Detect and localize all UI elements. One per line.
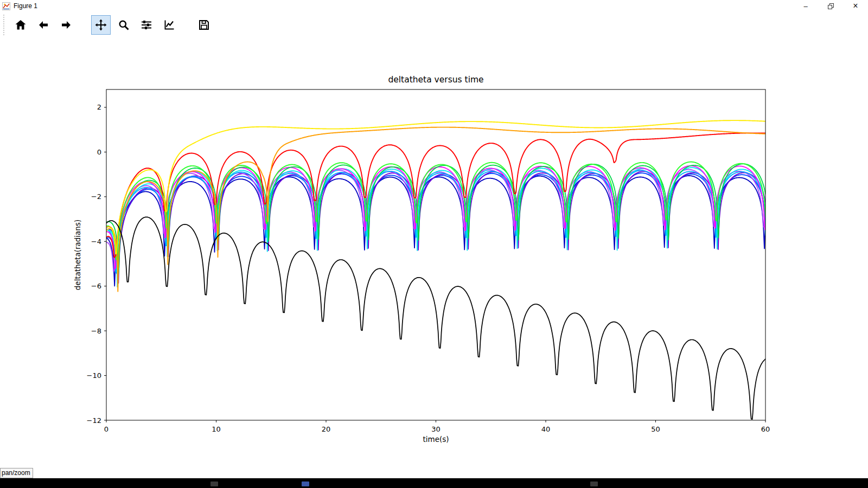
floppy-disk-icon [197,18,210,31]
x-axis-label: time(s) [423,435,449,444]
forward-arrow-icon [60,18,73,31]
x-tick-label: 40 [541,425,551,433]
configure-subplots-button[interactable] [137,15,156,35]
series-black [106,217,765,419]
back-arrow-icon [37,18,50,31]
y-tick-label: −6 [91,282,101,290]
axes-frame [106,89,765,420]
y-tick-label: 0 [97,148,101,156]
edit-parameters-button[interactable] [159,15,179,35]
y-tick-label: −8 [91,327,101,335]
taskbar-strip [0,478,868,488]
home-icon [14,18,27,31]
home-button[interactable] [11,15,30,35]
close-icon: × [853,1,858,11]
taskbar-fragment [590,481,598,486]
toolbar [0,12,868,38]
zoom-button[interactable] [114,15,133,35]
y-tick-label: −12 [87,416,101,425]
pan-button[interactable] [91,15,111,35]
navigation-mode-label: pan/zoom [0,468,33,478]
taskbar-fragment [302,481,309,486]
series-cyan [106,168,765,287]
restore-icon [828,3,834,9]
figure-canvas[interactable]: 010203040506020−2−4−6−8−10−12deltatheta … [0,38,868,466]
taskbar-fragment [210,481,218,486]
minimize-button[interactable]: – [793,0,818,12]
window-controls: – × [793,0,868,12]
y-tick-label: −4 [91,237,101,246]
titlebar[interactable]: Figure 1 – × [0,0,868,12]
restore-button[interactable] [818,0,843,12]
y-tick-label: −2 [91,192,101,201]
y-tick-label: −10 [87,371,101,380]
x-tick-label: 10 [212,425,221,433]
close-button[interactable]: × [843,0,868,12]
forward-button[interactable] [56,15,76,35]
chart-title: deltatheta versus time [388,75,483,85]
x-tick-label: 0 [104,425,108,433]
toolbar-grip[interactable] [3,15,6,35]
x-tick-label: 30 [431,425,441,433]
x-tick-label: 60 [761,425,770,433]
window-title: Figure 1 [14,2,37,10]
y-tick-label: 2 [97,103,101,111]
sliders-icon [140,18,153,31]
save-button[interactable] [194,15,214,35]
pan-icon [94,18,107,31]
x-tick-label: 50 [651,425,660,433]
line-chart-icon [163,18,176,31]
matplotlib-logo-icon [2,2,10,10]
plot-svg[interactable]: 010203040506020−2−4−6−8−10−12deltatheta … [0,38,868,466]
figure-window: Figure 1 – × [0,0,868,488]
magnifier-icon [117,18,130,31]
statusbar: pan/zoom [0,466,868,478]
y-axis-label: deltatheta(radians) [73,220,82,290]
x-tick-label: 20 [322,425,331,433]
back-button[interactable] [34,15,53,35]
minimize-icon: – [803,2,807,10]
